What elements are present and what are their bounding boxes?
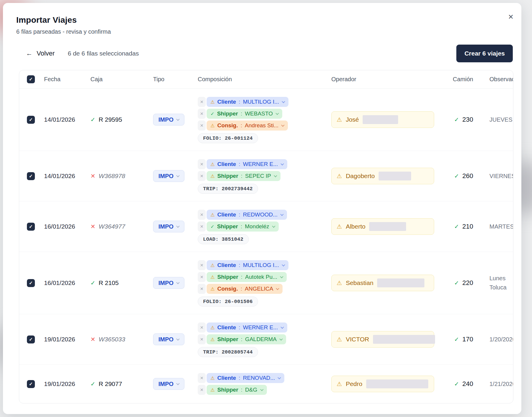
remove-segment-button[interactable]: ✕ bbox=[198, 272, 206, 282]
segment-separator: : bbox=[241, 286, 242, 292]
segment-chip-cliente[interactable]: ⚠Cliente:RENOVAD... bbox=[207, 373, 284, 383]
observation-line: JUEVES bbox=[489, 115, 513, 124]
tipo-dropdown[interactable]: IMPO bbox=[153, 333, 184, 345]
check-icon: ✓ bbox=[454, 223, 459, 230]
operator-field[interactable]: ⚠Sebastian bbox=[331, 275, 434, 291]
caja-value: ✕W364977 bbox=[90, 223, 153, 230]
segment-chip-shipper[interactable]: ⚠Shipper:SEPEC IP bbox=[207, 171, 280, 181]
operator-field[interactable]: ⚠Dagoberto bbox=[331, 168, 434, 184]
row-checkbox[interactable]: ✓ bbox=[27, 380, 35, 388]
segment-chip-shipper[interactable]: ⚠Shipper:D&G bbox=[207, 385, 267, 395]
caja-text: R 2105 bbox=[99, 279, 119, 286]
row-tipo-cell: IMPO bbox=[153, 333, 198, 345]
caja-value: ✓R 2105 bbox=[90, 279, 153, 286]
remove-icon: ✕ bbox=[200, 212, 204, 217]
row-checkbox[interactable]: ✓ bbox=[27, 223, 35, 231]
segment-chip-shipper[interactable]: ✓Shipper:WEBASTO bbox=[207, 109, 282, 119]
segment-chip-cliente[interactable]: ⚠Cliente:WERNER E... bbox=[207, 159, 287, 169]
segment-label: Shipper bbox=[217, 274, 238, 280]
tipo-dropdown[interactable]: IMPO bbox=[153, 114, 184, 126]
remove-segment-button[interactable]: ✕ bbox=[198, 385, 206, 395]
remove-segment-button[interactable]: ✕ bbox=[198, 171, 206, 181]
redacted-name-block bbox=[369, 222, 406, 231]
observations-value: 1/21/2026 bbox=[489, 379, 513, 389]
remove-segment-button[interactable]: ✕ bbox=[198, 221, 206, 232]
operator-field[interactable]: ⚠José bbox=[331, 111, 434, 128]
segment-code: FOLIO: 26-001124 bbox=[198, 133, 258, 143]
chevron-down-icon bbox=[176, 337, 179, 341]
remove-segment-button[interactable]: ✕ bbox=[198, 210, 206, 220]
observations-value: JUEVES bbox=[489, 115, 513, 124]
create-trips-button[interactable]: Crear 6 viajes bbox=[456, 45, 513, 62]
row-checkbox[interactable]: ✓ bbox=[27, 279, 35, 287]
header-tipo: Tipo bbox=[153, 76, 198, 83]
row-checkbox[interactable]: ✓ bbox=[27, 116, 35, 124]
chevron-down-icon bbox=[176, 174, 179, 177]
operator-field[interactable]: ⚠Alberto bbox=[331, 218, 434, 235]
warning-icon: ⚠ bbox=[337, 336, 342, 343]
caja-text: W368978 bbox=[99, 172, 125, 180]
row-checkbox[interactable]: ✓ bbox=[27, 172, 35, 180]
row-date: 16/01/2026 bbox=[44, 279, 75, 286]
chevron-down-icon bbox=[281, 123, 285, 127]
row-composition-cell: ✕⚠Cliente:MULTILOG I...✕✓Shipper:WEBASTO… bbox=[198, 96, 331, 143]
row-caja-cell: ✓R 29595 bbox=[90, 116, 153, 123]
tipo-dropdown[interactable]: IMPO bbox=[153, 378, 184, 390]
tipo-dropdown[interactable]: IMPO bbox=[153, 221, 184, 232]
redacted-name-block bbox=[363, 115, 398, 124]
warning-icon: ⚠ bbox=[337, 279, 342, 286]
segment-row: ✕⚠Shipper:SEPEC IP bbox=[198, 171, 280, 181]
segment-chip-shipper[interactable]: ⚠Shipper:Autotek Pu... bbox=[207, 272, 287, 282]
remove-segment-button[interactable]: ✕ bbox=[198, 260, 206, 270]
row-date-cell: 19/01/2026 bbox=[44, 380, 90, 387]
tipo-dropdown[interactable]: IMPO bbox=[153, 170, 184, 182]
remove-segment-button[interactable]: ✕ bbox=[198, 373, 206, 383]
camion-number: 220 bbox=[462, 279, 473, 287]
camion-number: 240 bbox=[462, 380, 473, 388]
chevron-down-icon bbox=[280, 213, 283, 216]
table-row: ✓16/01/2026✓R 2105IMPO✕⚠Cliente:MULTILOG… bbox=[19, 252, 513, 314]
segment-chip-shipper[interactable]: ✓Shipper:Mondeléz bbox=[207, 221, 279, 232]
remove-segment-button[interactable]: ✕ bbox=[198, 322, 206, 333]
row-observations-cell: 1/20/2026 bbox=[489, 335, 513, 344]
remove-segment-button[interactable]: ✕ bbox=[198, 284, 206, 294]
check-icon: ✓ bbox=[29, 76, 33, 82]
x-icon: ✕ bbox=[90, 172, 95, 180]
observation-line: Lunes bbox=[489, 274, 513, 283]
warning-icon: ⚠ bbox=[210, 387, 215, 393]
operator-name: Alberto bbox=[346, 223, 366, 230]
select-all-checkbox[interactable]: ✓ bbox=[27, 75, 35, 83]
remove-segment-button[interactable]: ✕ bbox=[198, 109, 206, 119]
operator-field[interactable]: ⚠Pedro bbox=[331, 376, 434, 392]
remove-segment-button[interactable]: ✕ bbox=[198, 120, 206, 131]
remove-segment-button[interactable]: ✕ bbox=[198, 97, 206, 107]
row-tipo-cell: IMPO bbox=[153, 378, 198, 390]
close-icon[interactable]: ✕ bbox=[508, 14, 514, 20]
check-icon: ✓ bbox=[454, 116, 459, 123]
segment-value: ANGELICA bbox=[245, 286, 273, 292]
segment-chip-shipper[interactable]: ⚠Shipper:GALDERMA bbox=[207, 334, 286, 344]
operator-field[interactable]: ⚠VICTOR bbox=[331, 331, 434, 348]
row-checkbox[interactable]: ✓ bbox=[27, 335, 35, 343]
remove-icon: ✕ bbox=[200, 325, 204, 330]
remove-segment-button[interactable]: ✕ bbox=[198, 334, 206, 344]
segment-value: WEBASTO bbox=[245, 110, 273, 117]
table-row: ✓14/01/2026✓R 29595IMPO✕⚠Cliente:MULTILO… bbox=[19, 89, 513, 151]
segment-label: Cliente bbox=[217, 161, 236, 167]
segment-separator: : bbox=[241, 110, 242, 117]
back-button[interactable]: ← Volver bbox=[26, 50, 55, 57]
tipo-dropdown[interactable]: IMPO bbox=[153, 277, 184, 289]
segment-code: TRIP: 2002805744 bbox=[198, 347, 258, 357]
segment-chip-consig[interactable]: ⚠Consig.:ANGELICA bbox=[207, 284, 283, 294]
segment-value: Mondeléz bbox=[245, 223, 269, 230]
segment-chip-cliente[interactable]: ⚠Cliente:MULTILOG I... bbox=[207, 97, 288, 107]
caja-value: ✓R 29077 bbox=[90, 380, 153, 387]
camion-value: ✓240 bbox=[454, 380, 473, 388]
segment-label: Cliente bbox=[217, 375, 236, 381]
row-select-cell: ✓ bbox=[19, 335, 44, 343]
segment-chip-cliente[interactable]: ⚠Cliente:REDWOOD... bbox=[207, 210, 287, 220]
segment-chip-consig[interactable]: ⚠Consig.:Andreas Sti... bbox=[207, 120, 288, 131]
segment-chip-cliente[interactable]: ⚠Cliente:MULTILOG I... bbox=[207, 260, 288, 270]
remove-segment-button[interactable]: ✕ bbox=[198, 159, 206, 169]
segment-chip-cliente[interactable]: ⚠Cliente:WERNER E... bbox=[207, 322, 287, 333]
